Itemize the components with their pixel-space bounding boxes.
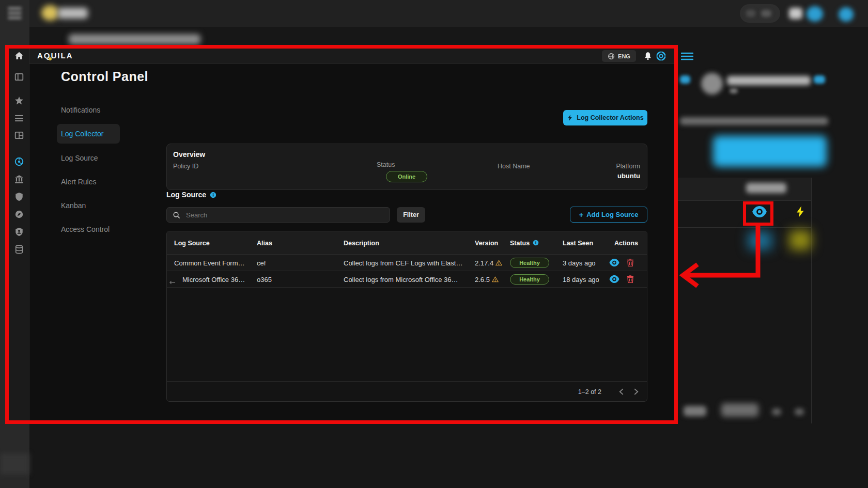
bolt-icon[interactable]: [795, 204, 806, 219]
shield-icon[interactable]: [14, 192, 24, 201]
bg-pagination-text-blurred: [684, 406, 706, 416]
log-collector-actions-button[interactable]: Log Collector Actions: [563, 110, 647, 125]
sidebar-item-access-control[interactable]: Access Control: [61, 222, 110, 237]
globe-icon: [608, 53, 615, 60]
cell-name: Common Event Form…: [174, 255, 252, 271]
cell-last-seen: 18 days ago: [563, 271, 599, 288]
nav-label: Alert Rules: [61, 178, 96, 186]
info-icon[interactable]: [210, 192, 216, 198]
info-icon[interactable]: [533, 240, 539, 246]
logo-blurred: [41, 5, 59, 21]
main-content: Control Panel Notifications Log Collecto…: [29, 64, 674, 420]
sidebar-layout-icon[interactable]: [14, 72, 24, 82]
button-label: Filter: [403, 211, 419, 218]
table-header-row: Log Source Alias Description Version Sta…: [167, 231, 647, 255]
search-input[interactable]: [185, 211, 384, 219]
cell-version: 2.6.5: [475, 271, 508, 288]
status-healthy-badge: Healthy: [510, 258, 549, 268]
table-row[interactable]: Microsoft Office 36… o365 Collect logs f…: [167, 271, 647, 288]
kanban-board-icon[interactable]: [14, 131, 24, 140]
cell-description: Collect logs from CEF Logs with Elast…: [344, 255, 472, 271]
sidebar-item-log-source[interactable]: Log Source: [61, 150, 98, 166]
bank-icon[interactable]: [14, 175, 24, 184]
bg-pagination-chevron-blurred: [772, 408, 781, 415]
hamburger-menu-icon[interactable]: [681, 52, 693, 62]
bg-blue-icon-blurred: [680, 75, 690, 84]
topbar-icon-blurred: [746, 10, 755, 17]
bg-pagination-pill-blurred: [721, 403, 758, 417]
col-version: Version: [475, 231, 498, 255]
control-panel-icon[interactable]: [14, 157, 24, 166]
subrow-arrow-icon: [169, 277, 176, 287]
nav-label: Access Control: [61, 225, 110, 233]
bg-bolt-icon-blurred: [789, 230, 811, 250]
breadcrumb-blurred: [69, 34, 200, 44]
log-source-section-title: Log Source: [166, 191, 216, 199]
cell-last-seen: 3 days ago: [563, 255, 600, 271]
cell-name: Microsoft Office 36…: [182, 271, 252, 288]
language-selector[interactable]: ENG: [602, 50, 636, 62]
bg-pagination-chevron-blurred: [795, 408, 804, 415]
delete-trash-icon[interactable]: [627, 259, 634, 269]
menu-icon-blurred: [8, 12, 22, 14]
icon-rail: [9, 49, 29, 420]
user-badge-icon[interactable]: [14, 227, 24, 237]
sidebar-item-log-collector[interactable]: Log Collector: [61, 126, 104, 141]
topbar-icon-blurred: [789, 8, 802, 19]
sidebar-item-alert-rules[interactable]: Alert Rules: [61, 174, 96, 190]
bell-icon[interactable]: [643, 51, 653, 64]
cell-description: Collect logs from Microsoft Office 36…: [344, 271, 472, 288]
page-title: Control Panel: [61, 69, 148, 84]
overview-title: Overview: [173, 150, 205, 159]
button-label: Log Collector Actions: [577, 114, 643, 121]
logo-text-blurred: [58, 8, 88, 19]
search-icon: [173, 211, 180, 219]
view-eye-icon[interactable]: [609, 259, 619, 269]
platform-label: Platform: [616, 163, 640, 170]
database-icon[interactable]: [14, 245, 24, 254]
star-icon[interactable]: [14, 96, 24, 105]
filter-button[interactable]: Filter: [397, 207, 425, 223]
col-alias: Alias: [257, 231, 272, 255]
bg-table-header-label-blurred: [746, 183, 786, 193]
language-label: ENG: [618, 53, 630, 59]
col-status: Status: [510, 231, 539, 255]
policy-id-label: Policy ID: [173, 163, 198, 170]
list-icon[interactable]: [14, 114, 24, 123]
status-online-badge: Online: [386, 171, 427, 182]
cell-version: 2.17.4: [475, 255, 508, 271]
cell-alias: o365: [257, 271, 329, 288]
logo-q-dot: [49, 57, 52, 60]
help-wheel-icon[interactable]: [656, 51, 667, 64]
add-log-source-button[interactable]: + Add Log Source: [570, 207, 647, 223]
bg-blue-icon-blurred: [814, 75, 825, 84]
pagination-next-icon[interactable]: [634, 388, 639, 395]
topbar-avatar-blurred: [807, 6, 823, 22]
home-icon[interactable]: [14, 51, 24, 60]
eye-icon[interactable]: [752, 206, 767, 217]
platform-value: ubuntu: [617, 172, 640, 180]
bg-textline-blurred: [680, 117, 828, 125]
sidebar-item-notifications[interactable]: Notifications: [61, 102, 100, 118]
background-rail-footer: [0, 453, 29, 474]
nav-label: Notifications: [61, 106, 100, 114]
brand-logo: AQUILA: [37, 51, 73, 60]
search-bar: [166, 207, 390, 223]
bg-name-blurred: [727, 76, 811, 85]
table-pagination: 1–2 of 2: [167, 381, 647, 402]
bg-eye-icon-blurred: [748, 231, 772, 250]
sidebar-item-kanban[interactable]: Kanban: [61, 198, 86, 213]
pagination-prev-icon[interactable]: [619, 388, 624, 395]
bg-blue-button-blurred: [713, 136, 827, 167]
bg-table-right-border: [811, 178, 812, 423]
host-name-label: Host Name: [498, 163, 530, 170]
status-label: Status: [377, 161, 395, 168]
nav-label: Log Collector: [61, 130, 104, 138]
app-window: AQUILA ENG Control Panel Notifications: [9, 49, 674, 420]
menu-icon-blurred: [8, 17, 22, 19]
table-row[interactable]: Common Event Form… cef Collect logs from…: [167, 255, 647, 271]
view-eye-icon[interactable]: [609, 275, 619, 285]
delete-trash-icon[interactable]: [627, 275, 634, 286]
compass-icon[interactable]: [14, 210, 24, 219]
button-label: Add Log Source: [586, 211, 638, 218]
